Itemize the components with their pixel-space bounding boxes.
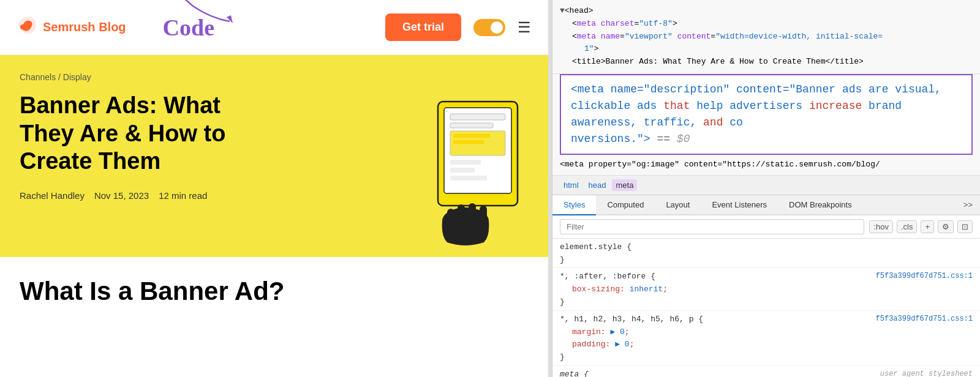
tab-event-listeners[interactable]: Event Listeners [701, 195, 778, 215]
svg-rect-9 [453, 140, 484, 144]
theme-toggle[interactable] [473, 19, 505, 36]
meta-description-highlight[interactable]: <meta name="description" content="Banner… [560, 74, 973, 155]
blog-body: What Is a Banner Ad? [0, 257, 548, 326]
svg-rect-12 [450, 176, 487, 181]
filter-row: :hov .cls + ⚙ ⊡ [552, 215, 980, 239]
devtools-tabs: Styles Computed Layout Event Listeners D… [552, 195, 980, 215]
svg-rect-5 [450, 114, 505, 120]
svg-rect-11 [450, 168, 475, 173]
article-author: Rachel Handley [20, 190, 85, 201]
code-annotation-label: Code [163, 14, 214, 41]
logo-area: Semrush Blog [17, 15, 126, 40]
article-date: Nov 15, 2023 [94, 190, 149, 201]
blog-header: Semrush Blog Code Get trial ☰ [0, 0, 548, 55]
svg-rect-15 [458, 204, 465, 226]
hamburger-menu[interactable]: ☰ [518, 19, 531, 36]
svg-rect-16 [469, 203, 476, 226]
svg-point-1 [20, 24, 25, 29]
hov-button[interactable]: :hov [869, 220, 893, 233]
user-agent-stylesheet-label: user agent stylesheet [880, 368, 973, 377]
tab-more[interactable]: >> [956, 195, 980, 214]
blog-panel: Semrush Blog Code Get trial ☰ Channels /… [0, 0, 548, 377]
devtools-styles-content: element.style { } *, :after, :before { f… [552, 239, 980, 377]
svg-rect-10 [450, 160, 481, 165]
css-file-ref-1[interactable]: f5f3a399df67d751.css:1 [876, 271, 973, 282]
header-right: Get trial ☰ [385, 13, 531, 41]
dock-icon[interactable]: ⊡ [957, 220, 973, 233]
css-file-ref-2[interactable]: f5f3a399df67d751.css:1 [876, 313, 973, 325]
article-title: Banner Ads: What They Are & How to Creat… [20, 92, 265, 176]
tab-computed[interactable]: Computed [596, 195, 655, 215]
filter-buttons: :hov .cls + ⚙ ⊡ [869, 220, 973, 233]
svg-rect-17 [480, 206, 487, 225]
section-heading: What Is a Banner Ad? [20, 277, 529, 306]
breadcrumb: Channels / Display [20, 72, 529, 82]
devtools-panel: ▼<head> <meta charset="utf-8"> <meta nam… [552, 0, 980, 377]
get-trial-button[interactable]: Get trial [385, 13, 461, 41]
html-source-top: ▼<head> <meta charset="utf-8"> <meta nam… [552, 0, 980, 74]
hero-illustration [401, 89, 530, 251]
blog-hero: Channels / Display Banner Ads: What They… [0, 55, 548, 257]
html-source-bottom: <meta property="og:image" content="https… [552, 155, 980, 176]
tab-dom-breakpoints[interactable]: DOM Breakpoints [778, 195, 863, 215]
article-read-time: 12 min read [159, 190, 207, 201]
tab-styles[interactable]: Styles [552, 195, 596, 215]
svg-rect-6 [450, 123, 493, 128]
filter-input[interactable] [560, 219, 864, 234]
heading-margin-rule: *, h1, h2, h3, h4, h5, h6, p { f5f3a399d… [552, 311, 980, 366]
cls-button[interactable]: .cls [897, 220, 918, 233]
logo-text: Semrush Blog [43, 20, 126, 34]
meta-tag-text: <meta name="description" content="Banner… [571, 83, 941, 129]
svg-rect-14 [447, 209, 454, 227]
tab-layout[interactable]: Layout [655, 195, 701, 215]
svg-rect-8 [453, 134, 490, 138]
meta-display-rule: meta { user agent stylesheet display: no… [552, 366, 980, 377]
breadcrumb-html[interactable]: html [560, 179, 582, 191]
element-style-rule: element.style { } [552, 239, 980, 269]
devtools-breadcrumb: html head meta [552, 176, 980, 195]
semrush-logo-icon [17, 15, 38, 40]
add-style-button[interactable]: + [921, 220, 934, 233]
breadcrumb-meta[interactable]: meta [612, 179, 637, 191]
universal-after-before-rule: *, :after, :before { f5f3a399df67d751.cs… [552, 268, 980, 310]
settings-icon[interactable]: ⚙ [938, 220, 954, 233]
breadcrumb-head[interactable]: head [585, 179, 610, 191]
